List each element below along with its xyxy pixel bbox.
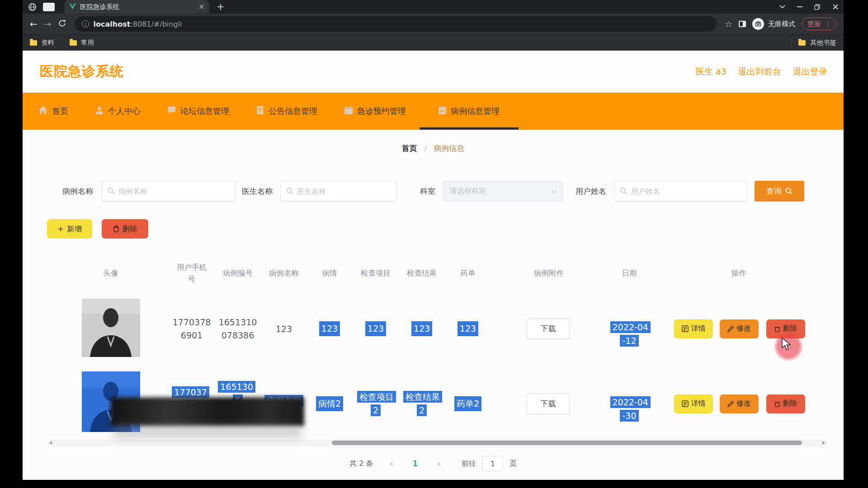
department-select[interactable]: 请选择科室 (443, 181, 562, 202)
col-date: 日期 (598, 255, 661, 291)
mouse-cursor (781, 338, 792, 353)
restore-button[interactable] (814, 4, 820, 10)
breadcrumb-home[interactable]: 首页 (402, 144, 417, 153)
illness-value: 123 (319, 321, 340, 336)
col-prescription: 药单 (441, 255, 495, 291)
user-name-label: 用户姓名 (576, 180, 606, 202)
back-icon[interactable]: ← (30, 19, 38, 28)
page-content: 首页 / 病例信息 病例名称 医生名称 科室 请选择科室 (23, 130, 844, 480)
add-button[interactable]: + 新增 (47, 219, 92, 239)
horizontal-scrollbar[interactable] (47, 440, 827, 446)
date-value: 2022-04-30 (610, 396, 649, 422)
bookmark-folder-zl[interactable]: 资料 (30, 38, 54, 47)
table-row: 17703786901 1651310078386 123 123 123 12… (47, 296, 827, 361)
browser-tab[interactable]: 医院急诊系统 ✕ (65, 0, 209, 14)
checkitem-value: 123 (365, 321, 386, 336)
tab-strip: 医院急诊系统 ✕ + ✕ (23, 0, 844, 14)
doctor-name-input[interactable] (280, 181, 397, 202)
folder-icon (30, 40, 37, 46)
tab-title: 医院急诊系统 (80, 3, 194, 11)
download-button[interactable]: 下载 (527, 394, 570, 414)
goto-page-input[interactable] (482, 456, 503, 471)
nav-item-cases[interactable]: 病例信息管理 (420, 93, 519, 130)
prev-page-icon[interactable]: ‹ (389, 459, 393, 469)
bookmark-star-icon[interactable]: ☆ (725, 19, 732, 29)
chevron-down-icon (552, 188, 557, 193)
globe-icon[interactable] (28, 3, 37, 11)
nav-item-appointment[interactable]: 急诊预约管理 (331, 93, 420, 130)
edit-button[interactable]: 修改 (720, 394, 759, 413)
case-name-label: 病例名称 (62, 180, 93, 202)
pencil-icon (727, 326, 734, 332)
breadcrumb-current: 病例信息 (434, 144, 464, 153)
detail-button[interactable]: 详情 (674, 319, 713, 338)
calendar-icon (344, 106, 353, 116)
current-page[interactable]: 1 (412, 459, 418, 468)
checkitem-value: 检查项目2 (357, 390, 394, 417)
reload-icon[interactable] (58, 19, 66, 29)
nav-item-home[interactable]: 首页 (25, 93, 82, 130)
case-name-input-wrap (102, 181, 236, 202)
edit-button[interactable]: 修改 (720, 319, 759, 338)
casename-value: 123 (276, 324, 292, 334)
case-name-input[interactable] (102, 181, 236, 202)
header-link-logout[interactable]: 退出登录 (793, 66, 827, 78)
nav-item-forum[interactable]: 论坛信息管理 (154, 93, 243, 130)
col-avatar: 头像 (75, 255, 147, 291)
department-label: 科室 (420, 180, 435, 202)
detail-button[interactable]: 详情 (674, 394, 713, 413)
tab-close-icon[interactable]: ✕ (198, 3, 205, 11)
illness-value: 病情2 (316, 396, 343, 411)
forum-icon (168, 106, 176, 116)
goto-label: 前往 (462, 459, 476, 469)
nav-item-announcement[interactable]: 公告信息管理 (243, 93, 331, 130)
filter-bar: 病例名称 医生名称 科室 请选择科室 用户姓名 (23, 180, 844, 202)
breadcrumb-separator: / (424, 144, 427, 153)
site-info-icon[interactable]: i (82, 20, 89, 28)
home-icon (39, 106, 47, 116)
other-bookmarks[interactable]: 其他书签 (791, 38, 836, 47)
window-preview-icon[interactable] (43, 3, 55, 11)
forward-icon[interactable]: → (44, 19, 52, 28)
update-button[interactable]: 更新 ⋮ (802, 18, 836, 30)
header-links: 医生 a3 退出到前台 退出登录 (696, 66, 827, 78)
scroll-left-icon[interactable] (49, 441, 52, 445)
doctor-name-input-wrap (280, 181, 397, 202)
doctor-name-label: 医生名称 (242, 180, 273, 202)
user-name-input-wrap (614, 181, 747, 202)
nav-item-profile[interactable]: 个人中心 (82, 93, 154, 130)
crud-toolbar: + 新增 删除 (47, 219, 148, 239)
trash-icon (113, 225, 119, 232)
plus-icon: + (57, 225, 64, 233)
pagination-total: 共 2 条 (349, 459, 373, 469)
download-button[interactable]: 下载 (527, 319, 570, 339)
vue-logo-icon (69, 3, 76, 11)
incognito-icon (752, 18, 764, 30)
address-bar[interactable]: i localhost:8081/#/bingli (75, 16, 717, 32)
close-button[interactable]: ✕ (832, 2, 839, 12)
row-delete-button[interactable]: 删除 (766, 394, 805, 413)
blurred-redaction-shadow (113, 425, 302, 439)
header-link-exit-front[interactable]: 退出到前台 (738, 66, 781, 78)
new-tab-button[interactable]: + (217, 2, 225, 12)
bookmarks-bar: 资料 常用 其他书签 (23, 34, 844, 51)
document-icon (682, 325, 689, 332)
user-name-input[interactable] (614, 181, 747, 202)
user-icon (95, 106, 104, 116)
scrollbar-thumb[interactable] (332, 441, 802, 445)
minimize-button[interactable] (797, 6, 802, 7)
incognito-badge: 无痕模式 (752, 18, 795, 30)
pencil-icon (727, 401, 734, 407)
scroll-right-icon[interactable] (822, 441, 825, 445)
browser-window: 医院急诊系统 ✕ + ✕ ← → i localhost:8081/#/bing… (23, 0, 844, 480)
bookmark-folder-cy[interactable]: 常用 (70, 38, 94, 47)
side-panel-icon[interactable] (739, 21, 746, 27)
search-button[interactable]: 查询 (755, 181, 804, 202)
header-link-doctor[interactable]: 医生 a3 (696, 66, 726, 78)
next-page-icon[interactable]: › (437, 459, 441, 469)
menu-kebab-icon[interactable]: ⋮ (825, 20, 831, 28)
table-row: 1770378 1651305 病例名称 病情2 检查项目2 检查结果2 药单2… (47, 366, 827, 441)
tab-search-icon[interactable] (779, 5, 785, 9)
trash-icon (774, 326, 780, 332)
delete-button[interactable]: 删除 (102, 219, 148, 239)
